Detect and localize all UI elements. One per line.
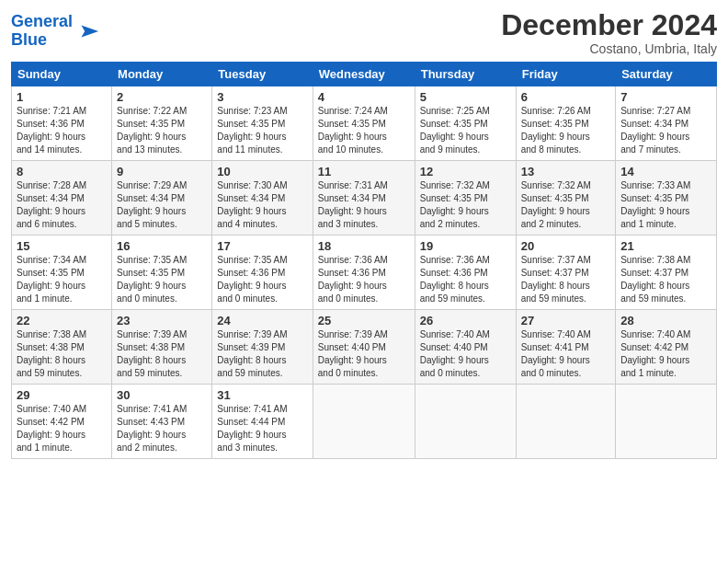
day-cell-d26: 26Sunrise: 7:40 AM Sunset: 4:40 PM Dayli… [415, 310, 516, 385]
header: General Blue December 2024 Costano, Umbr… [11, 9, 717, 56]
col-thursday: Thursday [415, 63, 516, 86]
day-info: Sunrise: 7:41 AM Sunset: 4:43 PM Dayligh… [117, 403, 207, 454]
day-number: 29 [17, 388, 107, 402]
day-info: Sunrise: 7:25 AM Sunset: 4:35 PM Dayligh… [420, 105, 511, 156]
day-cell-d19: 19Sunrise: 7:36 AM Sunset: 4:36 PM Dayli… [415, 236, 516, 310]
day-number: 11 [318, 165, 410, 178]
col-friday: Friday [516, 63, 616, 86]
day-cell-d28: 28Sunrise: 7:40 AM Sunset: 4:42 PM Dayli… [616, 310, 717, 385]
title-block: December 2024 Costano, Umbria, Italy [501, 9, 717, 56]
day-cell-d11: 11Sunrise: 7:31 AM Sunset: 4:34 PM Dayli… [313, 161, 415, 236]
day-cell-d20: 20Sunrise: 7:37 AM Sunset: 4:37 PM Dayli… [516, 236, 616, 310]
day-cell-d21: 21Sunrise: 7:38 AM Sunset: 4:37 PM Dayli… [616, 236, 717, 310]
day-info: Sunrise: 7:38 AM Sunset: 4:37 PM Dayligh… [620, 254, 711, 305]
svg-marker-0 [82, 25, 99, 37]
day-info: Sunrise: 7:30 AM Sunset: 4:34 PM Dayligh… [217, 179, 307, 231]
day-number: 20 [521, 239, 611, 253]
day-info: Sunrise: 7:40 AM Sunset: 4:42 PM Dayligh… [17, 403, 107, 454]
day-number: 9 [117, 165, 207, 178]
day-cell-d29: 29Sunrise: 7:40 AM Sunset: 4:42 PM Dayli… [12, 385, 112, 459]
day-cell-d6: 6Sunrise: 7:26 AM Sunset: 4:35 PM Daylig… [516, 86, 616, 161]
day-cell-d14: 14Sunrise: 7:33 AM Sunset: 4:35 PM Dayli… [616, 161, 717, 236]
logo-general: General [11, 12, 73, 30]
day-cell-d9: 9Sunrise: 7:29 AM Sunset: 4:34 PM Daylig… [112, 161, 212, 236]
location: Costano, Umbria, Italy [501, 41, 717, 56]
col-tuesday: Tuesday [212, 63, 313, 86]
day-info: Sunrise: 7:36 AM Sunset: 4:36 PM Dayligh… [318, 254, 410, 305]
day-number: 24 [217, 314, 307, 327]
day-cell-d16: 16Sunrise: 7:35 AM Sunset: 4:35 PM Dayli… [112, 236, 212, 310]
day-info: Sunrise: 7:24 AM Sunset: 4:35 PM Dayligh… [318, 105, 410, 156]
day-cell-d22: 22Sunrise: 7:38 AM Sunset: 4:38 PM Dayli… [12, 310, 112, 385]
calendar-week-1: 1Sunrise: 7:21 AM Sunset: 4:36 PM Daylig… [12, 86, 717, 161]
logo-text: General Blue [11, 13, 73, 50]
empty-cell [516, 385, 616, 459]
calendar-week-2: 8Sunrise: 7:28 AM Sunset: 4:34 PM Daylig… [12, 161, 717, 236]
day-cell-d10: 10Sunrise: 7:30 AM Sunset: 4:34 PM Dayli… [212, 161, 313, 236]
day-number: 26 [420, 314, 511, 327]
day-info: Sunrise: 7:21 AM Sunset: 4:36 PM Dayligh… [17, 105, 107, 156]
day-info: Sunrise: 7:32 AM Sunset: 4:35 PM Dayligh… [521, 179, 611, 231]
day-number: 12 [420, 165, 511, 178]
day-number: 7 [620, 90, 711, 104]
day-cell-d7: 7Sunrise: 7:27 AM Sunset: 4:34 PM Daylig… [616, 86, 717, 161]
col-monday: Monday [112, 63, 212, 86]
day-info: Sunrise: 7:23 AM Sunset: 4:35 PM Dayligh… [217, 105, 307, 156]
month-title: December 2024 [501, 9, 717, 41]
day-cell-d27: 27Sunrise: 7:40 AM Sunset: 4:41 PM Dayli… [516, 310, 616, 385]
day-number: 28 [620, 314, 711, 327]
day-info: Sunrise: 7:40 AM Sunset: 4:40 PM Dayligh… [420, 328, 511, 380]
day-number: 15 [17, 239, 107, 253]
day-info: Sunrise: 7:35 AM Sunset: 4:36 PM Dayligh… [217, 254, 307, 305]
day-cell-d17: 17Sunrise: 7:35 AM Sunset: 4:36 PM Dayli… [212, 236, 313, 310]
day-info: Sunrise: 7:27 AM Sunset: 4:34 PM Dayligh… [620, 105, 711, 156]
calendar-week-4: 22Sunrise: 7:38 AM Sunset: 4:38 PM Dayli… [12, 310, 717, 385]
day-number: 13 [521, 165, 611, 178]
day-info: Sunrise: 7:38 AM Sunset: 4:38 PM Dayligh… [17, 328, 107, 380]
calendar-table: Sunday Monday Tuesday Wednesday Thursday… [11, 62, 717, 459]
day-cell-d13: 13Sunrise: 7:32 AM Sunset: 4:35 PM Dayli… [516, 161, 616, 236]
day-info: Sunrise: 7:39 AM Sunset: 4:39 PM Dayligh… [217, 328, 307, 380]
day-number: 4 [318, 90, 410, 104]
day-cell-d30: 30Sunrise: 7:41 AM Sunset: 4:43 PM Dayli… [112, 385, 212, 459]
col-sunday: Sunday [12, 63, 112, 86]
header-row: Sunday Monday Tuesday Wednesday Thursday… [12, 63, 717, 86]
day-info: Sunrise: 7:32 AM Sunset: 4:35 PM Dayligh… [420, 179, 511, 231]
day-number: 23 [117, 314, 207, 327]
day-cell-d18: 18Sunrise: 7:36 AM Sunset: 4:36 PM Dayli… [313, 236, 415, 310]
col-saturday: Saturday [616, 63, 717, 86]
empty-cell [415, 385, 516, 459]
day-info: Sunrise: 7:29 AM Sunset: 4:34 PM Dayligh… [117, 179, 207, 231]
day-info: Sunrise: 7:39 AM Sunset: 4:40 PM Dayligh… [318, 328, 410, 380]
empty-cell [616, 385, 717, 459]
day-cell-d2: 2Sunrise: 7:22 AM Sunset: 4:35 PM Daylig… [112, 86, 212, 161]
day-cell-d1: 1Sunrise: 7:21 AM Sunset: 4:36 PM Daylig… [12, 86, 112, 161]
day-number: 8 [17, 165, 107, 178]
day-number: 22 [17, 314, 107, 327]
day-number: 16 [117, 239, 207, 253]
day-number: 21 [620, 239, 711, 253]
day-number: 1 [17, 90, 107, 104]
day-number: 5 [420, 90, 511, 104]
logo: General Blue [11, 13, 100, 50]
day-number: 25 [318, 314, 410, 327]
day-cell-d31: 31Sunrise: 7:41 AM Sunset: 4:44 PM Dayli… [212, 385, 313, 459]
calendar-container: General Blue December 2024 Costano, Umbr… [0, 0, 728, 468]
day-cell-d12: 12Sunrise: 7:32 AM Sunset: 4:35 PM Dayli… [415, 161, 516, 236]
day-number: 30 [117, 388, 207, 402]
day-info: Sunrise: 7:41 AM Sunset: 4:44 PM Dayligh… [217, 403, 307, 454]
day-cell-d5: 5Sunrise: 7:25 AM Sunset: 4:35 PM Daylig… [415, 86, 516, 161]
day-info: Sunrise: 7:22 AM Sunset: 4:35 PM Dayligh… [117, 105, 207, 156]
day-info: Sunrise: 7:33 AM Sunset: 4:35 PM Dayligh… [620, 179, 711, 231]
day-info: Sunrise: 7:39 AM Sunset: 4:38 PM Dayligh… [117, 328, 207, 380]
day-cell-d25: 25Sunrise: 7:39 AM Sunset: 4:40 PM Dayli… [313, 310, 415, 385]
day-cell-d8: 8Sunrise: 7:28 AM Sunset: 4:34 PM Daylig… [12, 161, 112, 236]
day-cell-d4: 4Sunrise: 7:24 AM Sunset: 4:35 PM Daylig… [313, 86, 415, 161]
day-info: Sunrise: 7:34 AM Sunset: 4:35 PM Dayligh… [17, 254, 107, 305]
day-cell-d23: 23Sunrise: 7:39 AM Sunset: 4:38 PM Dayli… [112, 310, 212, 385]
logo-icon [74, 18, 100, 44]
day-cell-d15: 15Sunrise: 7:34 AM Sunset: 4:35 PM Dayli… [12, 236, 112, 310]
day-info: Sunrise: 7:40 AM Sunset: 4:42 PM Dayligh… [620, 328, 711, 380]
calendar-week-3: 15Sunrise: 7:34 AM Sunset: 4:35 PM Dayli… [12, 236, 717, 310]
day-info: Sunrise: 7:40 AM Sunset: 4:41 PM Dayligh… [521, 328, 611, 380]
